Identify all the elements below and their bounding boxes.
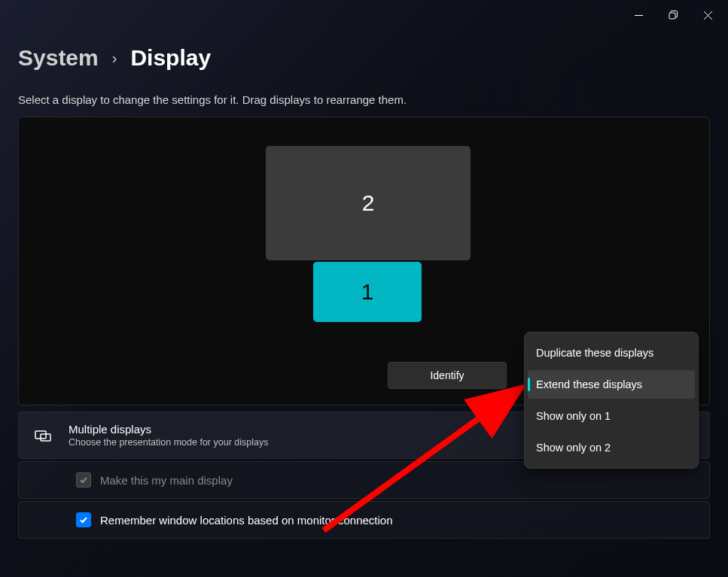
remember-locations-checkbox[interactable] <box>76 512 91 527</box>
page-title: Display <box>130 45 211 71</box>
remember-locations-row[interactable]: Remember window locations based on monit… <box>18 501 710 539</box>
remember-locations-label: Remember window locations based on monit… <box>100 514 393 527</box>
menu-extend[interactable]: Extend these displays <box>528 370 695 399</box>
page-subtitle: Select a display to change the settings … <box>18 93 710 106</box>
minimize-icon <box>635 11 643 20</box>
monitor-canvas[interactable]: 2 1 <box>19 117 709 343</box>
identify-button[interactable]: Identify <box>388 362 507 389</box>
close-button[interactable] <box>690 3 725 27</box>
restore-icon <box>669 11 678 20</box>
main-display-label: Make this my main display <box>100 474 233 487</box>
monitor-2[interactable]: 2 <box>266 146 471 260</box>
minimize-button[interactable] <box>621 3 656 27</box>
svg-rect-1 <box>669 13 675 19</box>
close-icon <box>704 11 712 20</box>
window-titlebar <box>0 0 728 30</box>
main-display-checkbox <box>76 472 91 487</box>
menu-only-2[interactable]: Show only on 2 <box>528 433 695 462</box>
breadcrumb: System › Display <box>18 45 710 71</box>
monitor-1[interactable]: 1 <box>313 262 422 322</box>
displays-icon <box>34 427 52 445</box>
display-mode-menu: Duplicate these displays Extend these di… <box>524 332 699 469</box>
menu-duplicate[interactable]: Duplicate these displays <box>528 339 695 367</box>
menu-only-1[interactable]: Show only on 1 <box>528 402 695 430</box>
breadcrumb-parent[interactable]: System <box>18 45 99 71</box>
chevron-right-icon: › <box>112 50 117 67</box>
restore-button[interactable] <box>656 3 690 27</box>
